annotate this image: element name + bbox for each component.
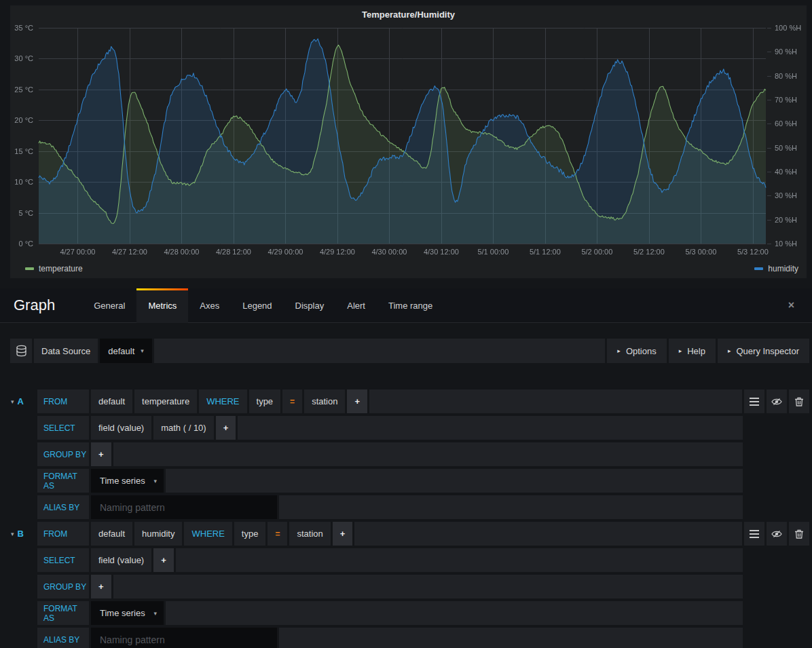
query-b-from-row: ▾ B FROM default humidity WHERE type = s… [37, 522, 809, 546]
tab-legend[interactable]: Legend [231, 288, 283, 322]
tab-time-range[interactable]: Time range [377, 288, 444, 322]
query-a-select-row: SELECT field (value) math ( / 10) + [37, 416, 743, 440]
alias-by-label: ALIAS BY [37, 628, 89, 648]
tag-key-segment[interactable]: type [249, 389, 281, 413]
trash-icon [795, 529, 803, 539]
where-keyword[interactable]: WHERE [184, 522, 232, 546]
menu-icon [750, 530, 759, 538]
add-condition-button[interactable]: + [333, 522, 353, 546]
query-a-alias-row: ALIAS BY [37, 495, 743, 519]
chevron-down-icon: ▾ [11, 531, 14, 537]
from-label: FROM [37, 389, 89, 413]
query-b-alias-row: ALIAS BY [37, 628, 743, 648]
query-b-select-row: SELECT field (value) + [37, 548, 743, 572]
legend-swatch-humidity [754, 267, 763, 270]
legend-label-humidity: humidity [768, 264, 798, 273]
query-b-format-row: FORMAT AS Time series ▾ [37, 601, 743, 625]
chart-legend: temperature humidity [10, 262, 807, 273]
legend-item-humidity[interactable]: humidity [754, 264, 798, 273]
add-groupby-button[interactable]: + [91, 442, 111, 466]
format-as-select[interactable]: Time series ▾ [91, 601, 164, 625]
editor-tabs: General Metrics Axes Legend Display Aler… [82, 288, 444, 322]
query-ref-letter: A [18, 396, 24, 406]
tab-alert[interactable]: Alert [335, 288, 377, 322]
add-groupby-button[interactable]: + [91, 575, 111, 598]
trash-icon [795, 397, 803, 406]
tab-display[interactable]: Display [284, 288, 336, 322]
legend-item-temperature[interactable]: temperature [25, 264, 83, 273]
grafana-panel-editor: Temperature/Humidity temperature humidit… [0, 0, 812, 648]
editor-tabbar: Graph General Metrics Axes Legend Displa… [0, 288, 812, 323]
tab-metrics[interactable]: Metrics [136, 288, 188, 323]
query-inspector-button[interactable]: ▸ Query Inspector [718, 339, 809, 363]
datasource-label: Data Source [34, 339, 98, 363]
select-label: SELECT [37, 548, 89, 572]
format-as-label: FORMAT AS [37, 601, 89, 625]
group-by-label: GROUP BY [37, 575, 89, 598]
query-delete-button[interactable] [789, 522, 809, 546]
tag-value-segment[interactable]: station [289, 522, 330, 546]
policy-segment[interactable]: default [91, 522, 132, 546]
datasource-select[interactable]: default ▾ [100, 339, 152, 363]
measurement-segment[interactable]: humidity [134, 522, 182, 546]
chevron-down-icon: ▾ [153, 610, 157, 617]
alias-by-label: ALIAS BY [37, 495, 89, 519]
operator-segment[interactable]: = [267, 522, 287, 546]
format-as-select[interactable]: Time series ▾ [91, 469, 164, 493]
alias-input[interactable] [91, 628, 277, 648]
eye-icon [771, 398, 782, 406]
graph-panel: Temperature/Humidity temperature humidit… [10, 5, 807, 278]
add-select-button[interactable]: + [216, 416, 236, 440]
where-keyword[interactable]: WHERE [199, 389, 246, 413]
from-label: FROM [37, 522, 89, 546]
database-icon [16, 345, 27, 358]
query-a-groupby-row: GROUP BY + [37, 442, 743, 466]
chevron-down-icon: ▾ [153, 478, 157, 484]
group-by-label: GROUP BY [37, 442, 89, 466]
policy-segment[interactable]: default [91, 389, 132, 413]
select-field-segment[interactable]: field (value) [91, 416, 151, 440]
query-editor: Data Source default ▾ ▸ Options ▸ Help ▸… [0, 339, 812, 648]
tab-general[interactable]: General [82, 288, 136, 322]
legend-label-temperature: temperature [39, 264, 83, 273]
select-label: SELECT [37, 416, 89, 440]
select-math-segment[interactable]: math ( / 10) [153, 416, 213, 440]
query-a-from-row: ▾ A FROM default temperature WHERE type … [37, 389, 809, 413]
query-b-groupby-row: GROUP BY + [37, 575, 743, 598]
format-as-label: FORMAT AS [37, 469, 89, 493]
add-condition-button[interactable]: + [347, 389, 367, 413]
toolbar-filler [154, 339, 606, 363]
panel-title[interactable]: Temperature/Humidity [10, 5, 807, 23]
query-disable-button[interactable] [767, 522, 787, 546]
editor-panel-type: Graph [0, 288, 82, 322]
timeseries-chart[interactable] [10, 23, 807, 262]
query-a-format-row: FORMAT AS Time series ▾ [37, 469, 743, 493]
query-menu-button[interactable] [744, 389, 764, 413]
query-menu-button[interactable] [744, 522, 764, 546]
close-icon[interactable]: × [771, 288, 812, 322]
tag-value-segment[interactable]: station [304, 389, 345, 413]
options-button[interactable]: ▸ Options [607, 339, 666, 363]
datasource-toolbar: Data Source default ▾ ▸ Options ▸ Help ▸… [10, 339, 809, 363]
triangle-right-icon: ▸ [728, 347, 731, 354]
query-b-collapse[interactable]: ▾ B [11, 522, 24, 546]
measurement-segment[interactable]: temperature [134, 389, 197, 413]
chevron-down-icon: ▾ [11, 398, 14, 405]
tag-key-segment[interactable]: type [234, 522, 266, 546]
triangle-right-icon: ▸ [679, 347, 682, 354]
query-a-collapse[interactable]: ▾ A [11, 389, 24, 413]
chevron-down-icon: ▾ [141, 347, 144, 354]
eye-icon [771, 530, 782, 538]
tab-axes[interactable]: Axes [188, 288, 231, 322]
query-delete-button[interactable] [789, 389, 809, 413]
add-select-button[interactable]: + [153, 548, 174, 572]
help-button[interactable]: ▸ Help [669, 339, 716, 363]
triangle-right-icon: ▸ [617, 347, 621, 354]
alias-input[interactable] [91, 495, 277, 519]
datasource-icon-cell [10, 339, 32, 363]
query-b: ▾ B FROM default humidity WHERE type = s… [0, 522, 812, 648]
select-field-segment[interactable]: field (value) [91, 548, 151, 572]
menu-icon [750, 398, 759, 406]
query-disable-button[interactable] [767, 389, 787, 413]
operator-segment[interactable]: = [282, 389, 302, 413]
